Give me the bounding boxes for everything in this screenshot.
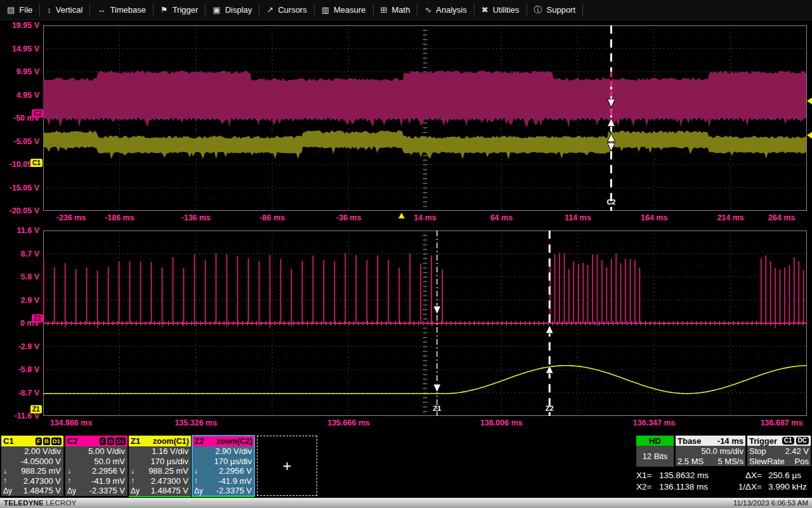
menu-item-measure[interactable]: ▥Measure <box>315 0 373 20</box>
zoom-xtick: 136.347 ms <box>619 418 689 428</box>
trigger-box[interactable]: Trigger C1 DC Stop 2.42 V SlewRate Pos <box>747 436 811 466</box>
timebase-box[interactable]: Tbase -14 ms 50.0 ms/div 2.5 MS 5 MS/s <box>676 436 745 466</box>
add-trace-button[interactable]: + <box>257 436 317 496</box>
menu-bar: ▤File↕Vertical↔Timebase⚑Trigger▣Display↗… <box>0 0 812 20</box>
descriptor-row: ↓2.2956 V <box>192 466 254 476</box>
dx-value: 250.6 µs <box>762 471 809 480</box>
descriptor-row: ↑2.47300 V <box>129 476 191 486</box>
main-xtick: -36 ms <box>314 213 384 223</box>
descriptor-badge-d1: D1 <box>115 438 126 445</box>
timebase-icon: ↔ <box>97 6 105 14</box>
x1-value: 135.8632 ms <box>659 471 725 480</box>
menu-label: File <box>19 5 32 15</box>
descriptor-row: 2.90 V/div <box>192 446 254 457</box>
menu-label: Measure <box>334 5 366 15</box>
cursor-level-icon: ↓ <box>194 467 208 476</box>
descriptor-value: 50.0 mV <box>95 457 125 466</box>
menu-item-timebase[interactable]: ↔Timebase <box>90 0 153 20</box>
menu-item-vertical[interactable]: ↕Vertical <box>40 0 89 20</box>
trigger-coupling-badge: DC <box>796 437 809 444</box>
descriptor-c2[interactable]: C2FBD15.00 V/div50.0 mV↓2.2956 V↑-41.9 m… <box>65 436 128 496</box>
right-edge-level-marker[interactable] <box>807 97 812 105</box>
zoom-ytick: 5.8 V <box>0 272 39 282</box>
x1-arrow-down <box>433 306 441 314</box>
timebase-offset: -14 ms <box>717 436 743 446</box>
main-xtick: -136 ms <box>161 213 231 223</box>
right-edge-level-marker[interactable] <box>807 131 812 139</box>
z2-offset-tab[interactable]: Z2 <box>32 314 43 323</box>
descriptor-id: Z1 <box>131 436 140 446</box>
hd-acquisition-box[interactable]: HD 12 Bits <box>636 436 674 467</box>
cursor-level-icon: ↓ <box>131 467 145 476</box>
descriptor-value: 170 µs/div <box>150 457 188 466</box>
descriptor-value: 1.16 V/div <box>152 446 188 456</box>
descriptor-badge-b: B <box>107 438 114 445</box>
trigger-slope: Pos <box>795 457 809 466</box>
main-xtick: -186 ms <box>84 213 154 223</box>
menu-item-analysis[interactable]: ∿Analysis <box>417 0 473 20</box>
menu-label: Math <box>391 5 410 15</box>
z1-offset-tab[interactable]: Z1 <box>30 405 42 413</box>
descriptor-row: Δy1.48475 V <box>1 486 63 496</box>
cursor-level-icon: Δy <box>194 486 208 495</box>
menu-item-cursors[interactable]: ↗Cursors <box>259 0 313 20</box>
menu-label: Display <box>225 5 252 15</box>
zoom-plot-svg[interactable]: Z1Z2 <box>43 231 807 416</box>
zoom-ytick: -2.9 V <box>0 342 39 352</box>
brand-teledyne: TELEDYNE <box>4 499 44 507</box>
descriptor-row: ↑2.47300 V <box>1 476 63 486</box>
main-xtick: 264 ms <box>747 213 812 223</box>
main-ytick: -5.05 V <box>0 137 39 147</box>
trigger-title: Trigger <box>749 436 777 446</box>
descriptor-header: C2FBD1 <box>65 436 128 446</box>
trigger-header: Trigger C1 DC <box>747 436 811 446</box>
menu-item-display[interactable]: ▣Display <box>206 0 259 20</box>
timebase-scale: 50.0 ms/div <box>702 446 743 456</box>
descriptor-value: 2.00 V/div <box>24 446 61 456</box>
descriptor-z1[interactable]: Z1zoom(C1)1.16 V/div170 µs/div↓988.25 mV… <box>129 436 191 496</box>
cursor-level-icon: Δy <box>131 486 145 495</box>
x2-value: 136.1138 ms <box>659 482 725 491</box>
zoom-xtick: 134.986 ms <box>36 418 106 428</box>
analysis-icon: ∿ <box>424 6 431 14</box>
menu-item-utilities[interactable]: ✖Utilities <box>475 0 527 20</box>
main-xtick: -86 ms <box>237 213 307 223</box>
descriptor-row: 170 µs/div <box>192 457 254 467</box>
x1-arrow-down <box>433 384 441 392</box>
descriptor-value: 2.2956 V <box>92 466 125 476</box>
c2-offset-tab[interactable]: C2 <box>32 109 44 117</box>
menu-item-math[interactable]: ⊞Math <box>374 0 417 20</box>
descriptor-value: 2.90 V/div <box>215 446 252 456</box>
zoom-xtick: 136.006 ms <box>466 418 536 428</box>
measure-icon: ▥ <box>322 6 329 14</box>
descriptor-c1[interactable]: C1FBD12.00 V/div-4.05000 V↓988.25 mV↑2.4… <box>1 436 63 496</box>
descriptor-value: -2.3375 V <box>216 486 252 495</box>
descriptor-value: -41.9 mV <box>91 476 125 486</box>
descriptor-row: ↓988.25 mV <box>129 466 191 476</box>
descriptor-value: 988.25 mV <box>21 466 61 476</box>
descriptor-value: 988.25 mV <box>148 466 188 476</box>
descriptor-badge-b: B <box>43 438 50 445</box>
trace-c1[interactable] <box>43 130 806 159</box>
display-icon: ▣ <box>213 6 220 14</box>
descriptor-badge-d1: D1 <box>51 438 62 445</box>
menu-label: Trigger <box>173 5 199 15</box>
main-plot-svg[interactable]: C2 <box>43 25 807 211</box>
descriptor-id: C1 <box>3 436 14 446</box>
timebase-samplerate: 5 MS/s <box>718 457 743 466</box>
main-ytick: 9.95 V <box>0 67 39 77</box>
descriptor-z2[interactable]: Z2zoom(C2)2.90 V/div170 µs/div↓2.2956 V↑… <box>192 436 254 496</box>
descriptor-row: ↑-41.9 mV <box>192 476 254 486</box>
menu-item-file[interactable]: ▤File <box>0 0 39 20</box>
c1-offset-tab[interactable]: C1 <box>30 159 43 167</box>
descriptor-row: ↓2.2956 V <box>65 466 128 476</box>
zoom-xtick: 136.687 ms <box>747 418 812 428</box>
descriptor-value: 1.48475 V <box>151 486 188 495</box>
menu-item-support[interactable]: ⓘSupport <box>527 0 583 20</box>
descriptor-id: C2 <box>67 436 78 446</box>
trigger-position-marker[interactable] <box>398 213 405 218</box>
dx-label: ΔX= <box>725 471 762 480</box>
menu-label: Analysis <box>436 5 466 15</box>
menu-item-trigger[interactable]: ⚑Trigger <box>154 0 205 20</box>
cursor-level-icon: Δy <box>67 486 81 495</box>
